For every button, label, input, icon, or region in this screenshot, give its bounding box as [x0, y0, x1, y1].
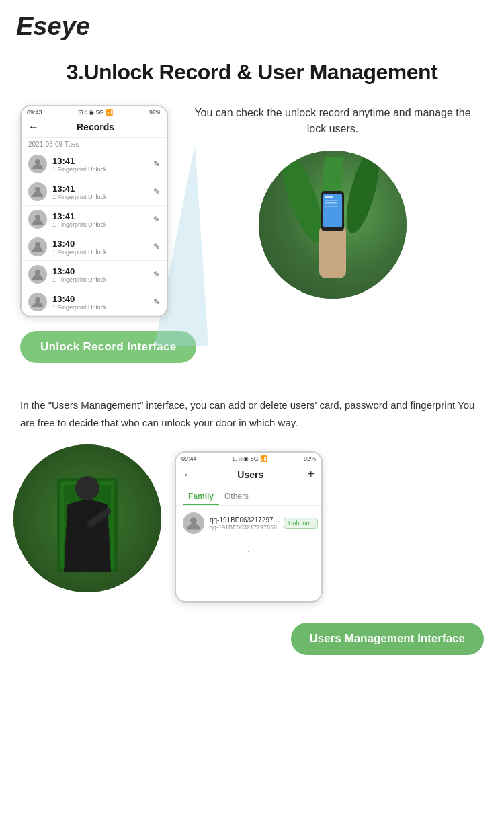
- add-user-button[interactable]: +: [307, 467, 314, 481]
- record-icon-5: ✎: [153, 270, 160, 279]
- svg-rect-15: [325, 206, 338, 207]
- user-name-1: qq-191BE063217297658EFF570...: [210, 516, 284, 524]
- users-phone-battery: 92%: [304, 455, 316, 462]
- middle-description: In the "Users Management" interface, you…: [0, 383, 504, 444]
- users-status-bar: 09:44 ⊡☆◉ 5G 📶 92%: [176, 453, 321, 463]
- record-icon-4: ✎: [153, 242, 160, 251]
- record-info-2: 13:41 1 Fingerprint Unlock: [52, 184, 153, 200]
- avatar-2: [28, 182, 47, 201]
- svg-rect-9: [319, 225, 346, 278]
- bottom-section: 09:44 ⊡☆◉ 5G 📶 92% ← Users + Family Othe…: [0, 444, 504, 616]
- users-tabs: Family Others: [176, 486, 321, 506]
- top-description: You can check the unlock record anytime …: [181, 98, 484, 137]
- avatar-6: [28, 293, 47, 311]
- logo: Eseye: [16, 12, 488, 41]
- phone-nav-bar: ← Records: [22, 117, 167, 138]
- circle-photo-inner: [259, 151, 407, 299]
- phone-battery: 92%: [149, 109, 161, 116]
- users-button-container: Users Management Interface: [0, 616, 504, 675]
- unbound-badge: Unbound: [284, 518, 318, 529]
- svg-point-3: [35, 242, 40, 247]
- users-management-interface-button[interactable]: Users Management Interface: [291, 623, 484, 655]
- dot-separator: ·: [176, 544, 321, 558]
- svg-point-25: [190, 518, 197, 525]
- phone-icons: ⊡☆◉ 5G 📶: [78, 109, 113, 116]
- record-icon-1: ✎: [153, 159, 160, 169]
- users-phone-time: 09:44: [181, 455, 197, 462]
- phone-time: 09:43: [27, 109, 42, 116]
- record-sub-6: 1 Fingerprint Unlock: [52, 304, 153, 311]
- svg-point-5: [35, 297, 40, 303]
- avatar-4: [28, 237, 47, 256]
- users-phone-icons: ⊡☆◉ 5G 📶: [233, 455, 267, 462]
- top-right: You can check the unlock record anytime …: [175, 98, 484, 299]
- record-item-5: 13:40 1 Fingerprint Unlock ✎: [22, 261, 167, 288]
- tab-others[interactable]: Others: [219, 489, 254, 505]
- svg-point-0: [35, 159, 40, 165]
- users-nav: ← Users +: [176, 463, 321, 486]
- svg-point-1: [35, 187, 40, 192]
- record-sub-3: 1 Fingerprint Unlock: [52, 221, 153, 228]
- record-icon-3: ✎: [153, 215, 160, 224]
- record-item-4: 13:40 1 Fingerprint Unlock ✎: [22, 233, 167, 261]
- phone-status-bar: 09:43 ⊡☆◉ 5G 📶 92%: [22, 106, 167, 117]
- svg-rect-11: [323, 194, 342, 227]
- avatar-3: [28, 210, 47, 229]
- svg-rect-12: [325, 196, 333, 198]
- back-arrow-icon[interactable]: ←: [28, 121, 39, 133]
- svg-point-23: [75, 476, 99, 500]
- record-info-6: 13:40 1 Fingerprint Unlock: [52, 294, 153, 311]
- record-item-2: 13:41 1 Fingerprint Unlock ✎: [22, 178, 167, 206]
- record-icon-6: ✎: [153, 297, 160, 307]
- record-time-1: 13:41: [52, 156, 153, 166]
- phone-mockup-container: 09:43 ⊡☆◉ 5G 📶 92% ← Records 2021-03-09 …: [20, 98, 175, 317]
- record-item-1: 13:41 1 Fingerprint Unlock ✎: [22, 151, 167, 178]
- unlock-button-container: Unlock Record Interface: [0, 317, 504, 383]
- record-info-4: 13:40 1 Fingerprint Unlock: [52, 239, 153, 256]
- record-time-6: 13:40: [52, 294, 153, 304]
- svg-point-2: [35, 215, 40, 220]
- svg-point-4: [35, 270, 40, 275]
- avatar-1: [28, 155, 47, 173]
- svg-rect-13: [325, 200, 338, 201]
- svg-rect-14: [325, 202, 337, 204]
- users-phone-container: 09:44 ⊡☆◉ 5G 📶 92% ← Users + Family Othe…: [175, 444, 323, 603]
- record-time-3: 13:41: [52, 211, 153, 221]
- record-time-2: 13:41: [52, 184, 153, 194]
- users-back-icon[interactable]: ←: [183, 469, 194, 481]
- record-icon-2: ✎: [153, 187, 160, 196]
- logo-e: E: [16, 12, 33, 40]
- record-sub-1: 1 Fingerprint Unlock: [52, 166, 153, 173]
- svg-point-7: [340, 157, 383, 236]
- record-sub-4: 1 Fingerprint Unlock: [52, 249, 153, 256]
- user-avatar-1: [183, 512, 204, 534]
- phone-mockup-records: 09:43 ⊡☆◉ 5G 📶 92% ← Records 2021-03-09 …: [20, 105, 168, 317]
- record-item-3: 13:41 1 Fingerprint Unlock ✎: [22, 206, 167, 233]
- record-time-4: 13:40: [52, 239, 153, 249]
- user-info-1: qq-191BE063217297658EFF570... qq-191BE06…: [210, 516, 284, 531]
- record-item-6: 13:40 1 Fingerprint Unlock ✎: [22, 288, 167, 316]
- user-sub-1: qq-191BE063217297658EFF570626058C500: [210, 524, 284, 531]
- record-info-3: 13:41 1 Fingerprint Unlock: [52, 211, 153, 228]
- avatar-5: [28, 265, 47, 284]
- logo-rest: seye: [33, 12, 90, 40]
- tab-family[interactable]: Family: [183, 489, 219, 505]
- record-sub-2: 1 Fingerprint Unlock: [52, 194, 153, 200]
- record-info-1: 13:41 1 Fingerprint Unlock: [52, 156, 153, 173]
- record-time-5: 13:40: [52, 266, 153, 276]
- users-phone-mockup: 09:44 ⊡☆◉ 5G 📶 92% ← Users + Family Othe…: [175, 451, 323, 603]
- record-info-5: 13:40 1 Fingerprint Unlock: [52, 266, 153, 283]
- header: Eseye: [0, 0, 504, 48]
- users-title: Users: [194, 469, 307, 480]
- section-title: 3.Unlock Record & User Management: [0, 48, 504, 98]
- phone-title: Records: [44, 122, 146, 132]
- phone-date: 2021-03-09 Tues: [22, 138, 167, 151]
- top-section: 09:43 ⊡☆◉ 5G 📶 92% ← Records 2021-03-09 …: [0, 98, 504, 317]
- door-scene: [13, 444, 161, 592]
- circle-photo-top: [259, 151, 407, 299]
- user-item-1: qq-191BE063217297658EFF570... qq-191BE06…: [176, 506, 321, 541]
- circle-photo-bottom: [13, 444, 161, 592]
- record-sub-5: 1 Fingerprint Unlock: [52, 276, 153, 283]
